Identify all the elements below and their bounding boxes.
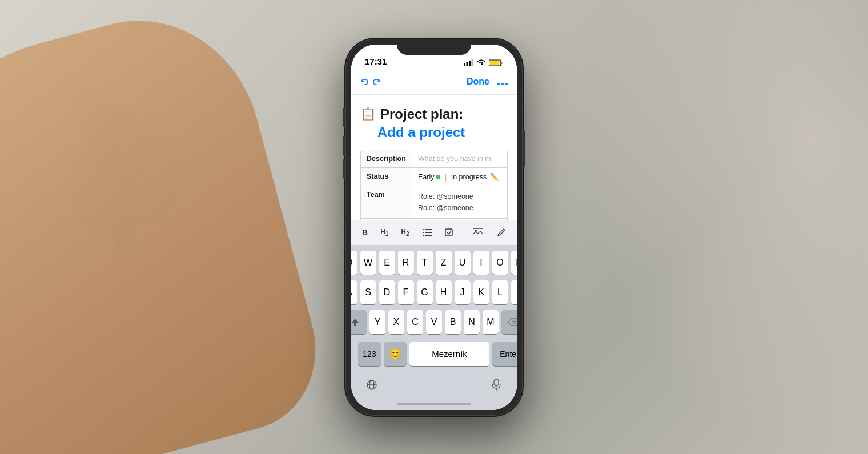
status-early: Early xyxy=(418,173,440,181)
key-p[interactable]: P xyxy=(511,251,517,275)
team-value[interactable]: Role: @someone Role: @someone xyxy=(412,186,507,218)
key-v[interactable]: V xyxy=(426,310,442,334)
key-g[interactable]: G xyxy=(417,280,433,304)
svg-rect-12 xyxy=(490,61,500,65)
svg-rect-9 xyxy=(472,59,473,66)
team-member-1: Role: @someone xyxy=(418,191,501,202)
key-o[interactable]: O xyxy=(492,251,508,275)
svg-rect-28 xyxy=(494,379,499,386)
svg-point-13 xyxy=(497,83,500,85)
key-j[interactable]: J xyxy=(455,280,471,304)
enter-key[interactable]: Enter xyxy=(492,342,517,366)
key-x[interactable]: X xyxy=(388,310,404,334)
space-key[interactable]: Mezerník xyxy=(409,342,489,366)
svg-rect-20 xyxy=(423,235,424,236)
notch xyxy=(397,39,471,55)
status-time: 17:31 xyxy=(365,57,387,67)
svg-rect-6 xyxy=(464,63,465,66)
table-row: Status Early | In progress ✏️ xyxy=(361,168,507,186)
checklist-button[interactable] xyxy=(441,226,459,239)
team-member-2: Role: @someone xyxy=(418,202,501,214)
redo-icon[interactable] xyxy=(372,77,381,86)
pen-button[interactable] xyxy=(492,225,511,240)
bold-button[interactable]: B xyxy=(358,225,372,240)
doc-title-sub[interactable]: Add a project xyxy=(360,124,508,140)
svg-rect-19 xyxy=(425,232,432,233)
key-e[interactable]: E xyxy=(379,251,395,275)
key-d[interactable]: D xyxy=(379,280,395,304)
svg-rect-22 xyxy=(445,229,452,236)
svg-rect-8 xyxy=(469,61,471,66)
status-icons xyxy=(464,59,503,67)
signal-icon xyxy=(464,59,473,66)
undo-icon[interactable] xyxy=(360,77,369,86)
h1-button[interactable]: H1 xyxy=(376,225,392,240)
key-a[interactable]: A xyxy=(351,280,357,304)
keyboard-bottom-row: 123 😊 Mezerník Enter xyxy=(353,340,515,373)
key-z[interactable]: Z xyxy=(436,251,452,275)
mic-key[interactable] xyxy=(485,373,508,397)
phone-device: 17:31 xyxy=(345,39,523,416)
shift-key[interactable] xyxy=(351,310,367,334)
svg-rect-11 xyxy=(501,61,503,64)
keyboard-row-1: Q W E R T Z U I O P xyxy=(353,251,515,275)
key-i[interactable]: I xyxy=(473,251,489,275)
key-y[interactable]: Y xyxy=(369,310,385,334)
svg-rect-16 xyxy=(423,229,424,230)
key-q[interactable]: Q xyxy=(351,251,357,275)
nav-actions: Done xyxy=(467,76,508,88)
h2-button[interactable]: H2 xyxy=(397,225,413,240)
table-row: Team Role: @someone Role: @someone xyxy=(361,186,507,219)
description-label: Description xyxy=(361,150,412,167)
status-dot-green xyxy=(436,175,440,179)
key-s[interactable]: S xyxy=(360,280,376,304)
status-edit-icon: ✏️ xyxy=(490,173,499,181)
key-k[interactable]: K xyxy=(473,280,489,304)
done-button[interactable]: Done xyxy=(467,77,489,87)
emoji-key[interactable]: 😊 xyxy=(384,342,407,366)
doc-title-main: Project plan: xyxy=(380,106,463,122)
key-n[interactable]: N xyxy=(464,310,480,334)
key-b[interactable]: B xyxy=(445,310,461,334)
format-toolbar: B H1 H2 xyxy=(351,220,517,245)
scene: 17:31 xyxy=(0,0,868,454)
key-f[interactable]: F xyxy=(398,280,414,304)
numeric-key[interactable]: 123 xyxy=(358,342,381,366)
keyboard: Q W E R T Z U I O P A S xyxy=(351,245,517,410)
keyboard-globe-row xyxy=(353,373,515,400)
key-t[interactable]: T xyxy=(417,251,433,275)
list-button[interactable] xyxy=(418,226,436,239)
key-w[interactable]: W xyxy=(360,251,376,275)
key-h[interactable]: H xyxy=(436,280,452,304)
wifi-icon xyxy=(477,59,485,66)
svg-point-14 xyxy=(501,83,504,85)
delete-key[interactable] xyxy=(501,310,517,334)
more-button[interactable] xyxy=(497,76,508,88)
globe-key[interactable] xyxy=(360,373,383,397)
key-apostrophe[interactable]: ' xyxy=(511,280,517,304)
doc-icon: 📋 xyxy=(360,107,376,122)
key-m[interactable]: M xyxy=(483,310,499,334)
svg-rect-18 xyxy=(423,232,424,233)
key-u[interactable]: U xyxy=(455,251,471,275)
home-indicator xyxy=(397,403,471,405)
key-r[interactable]: R xyxy=(398,251,414,275)
team-label: Team xyxy=(361,186,412,218)
description-value[interactable]: What do you have in m xyxy=(412,150,507,167)
battery-icon xyxy=(489,59,503,66)
status-separator: | xyxy=(445,173,447,181)
hand xyxy=(0,0,334,454)
image-button[interactable] xyxy=(468,226,488,239)
keyboard-row-2: A S D F G H J K L ' xyxy=(353,280,515,304)
status-value[interactable]: Early | In progress ✏️ xyxy=(412,168,507,186)
keyboard-row-3: Y X C V B N M xyxy=(353,310,515,334)
content-area: 📋 Project plan: Add a project Descriptio… xyxy=(351,95,517,220)
phone-screen: 17:31 xyxy=(351,45,517,410)
key-l[interactable]: L xyxy=(492,280,508,304)
key-c[interactable]: C xyxy=(407,310,423,334)
nav-back-buttons[interactable] xyxy=(360,77,381,86)
phone-content: 17:31 xyxy=(351,45,517,410)
info-table: Description What do you have in m Status… xyxy=(360,150,508,220)
doc-title-row: 📋 Project plan: xyxy=(360,106,508,122)
nav-bar: Done xyxy=(351,70,517,95)
